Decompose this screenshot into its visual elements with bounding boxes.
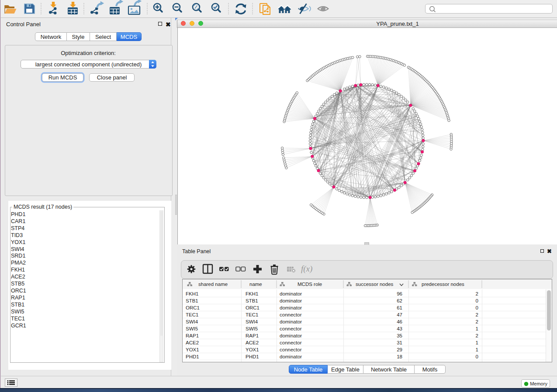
svg-text:successor nodes: successor nodes: [356, 282, 394, 287]
svg-text:predecessor nodes: predecessor nodes: [422, 282, 464, 287]
svg-text:shared name: shared name: [198, 282, 228, 287]
svg-text:f(x): f(x): [301, 264, 312, 274]
svg-text:name: name: [249, 282, 262, 287]
svg-text:MCDS role: MCDS role: [298, 282, 322, 287]
